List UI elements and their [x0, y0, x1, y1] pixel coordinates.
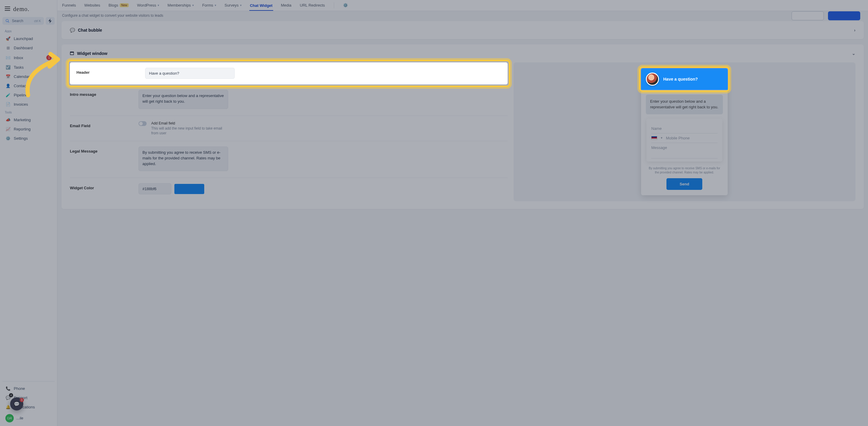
- sidebar-item-inbox[interactable]: ✉️Inbox1: [2, 53, 55, 63]
- primary-header-button[interactable]: [828, 11, 860, 20]
- email-setting-row: Email Field Add Email field This will ad…: [70, 116, 507, 141]
- tab-surveys[interactable]: Surveys▾: [224, 2, 242, 9]
- tools-section-label: Tools: [2, 109, 55, 115]
- flag-icon: [651, 136, 657, 140]
- brand-logo: demo.: [13, 6, 29, 12]
- widget-window-section: 🗔 Widget window ⌄ Header Intro message: [62, 44, 864, 209]
- sidebar-item-marketing[interactable]: 📣Marketing: [2, 115, 55, 125]
- check-icon: ☑️: [5, 65, 11, 70]
- tab-blogs[interactable]: BlogsNew: [108, 2, 129, 9]
- phone-icon: 📞: [5, 386, 11, 391]
- fab-badge-top: 4: [9, 393, 13, 397]
- rocket-icon: 🚀: [5, 36, 11, 41]
- tab-media[interactable]: Media: [280, 2, 292, 9]
- avatar[interactable]: GR: [5, 414, 14, 422]
- tab-wordpress[interactable]: WordPress▾: [136, 2, 160, 9]
- chevron-down-icon: ▾: [215, 4, 216, 7]
- fab-badge-side: 5: [20, 398, 24, 402]
- grid-icon: ⊞: [5, 46, 11, 50]
- tab-funnels[interactable]: Funnels: [62, 2, 76, 9]
- preview-avatar: [646, 72, 659, 86]
- chevron-down-icon: ▾: [192, 4, 194, 7]
- search-icon: [5, 19, 9, 23]
- sidebar-item-phone[interactable]: 📞Phone: [2, 384, 55, 393]
- sidebar-item-launchpad[interactable]: 🚀Launchpad: [2, 34, 55, 43]
- legal-setting-row: Legal Message By submitting you agree to…: [70, 141, 507, 178]
- tab-forms[interactable]: Forms▾: [202, 2, 217, 9]
- color-input[interactable]: [138, 183, 172, 194]
- header-input[interactable]: [145, 68, 235, 79]
- calendar-icon: 📅: [5, 74, 11, 79]
- tab-websites[interactable]: Websites: [84, 2, 101, 9]
- chat-bubble-icon: 💬: [14, 401, 20, 407]
- tab-memberships[interactable]: Memberships▾: [167, 2, 194, 9]
- filter-icon: 🧪: [5, 93, 11, 97]
- chevron-right-icon: ›: [854, 28, 856, 33]
- search-input[interactable]: Search ctrl K: [2, 17, 44, 25]
- bolt-icon: [49, 19, 52, 23]
- preview-send-button[interactable]: Send: [666, 178, 702, 190]
- chevron-down-icon: ▾: [158, 4, 159, 7]
- quick-actions-button[interactable]: [46, 17, 55, 25]
- legal-label: Legal Message: [70, 146, 130, 154]
- preview-name-field[interactable]: Name: [651, 124, 717, 133]
- secondary-header-button[interactable]: [792, 11, 824, 20]
- email-toggle[interactable]: [138, 121, 147, 126]
- sidebar-item-settings[interactable]: ⚙️Settings: [2, 134, 55, 143]
- sidebar-item-reporting[interactable]: 📈Reporting: [2, 125, 55, 134]
- search-label: Search: [12, 19, 23, 23]
- chat-bubble-header[interactable]: 💬 Chat bubble ›: [62, 21, 864, 39]
- email-helper-title: Add Email field: [151, 121, 228, 125]
- hamburger-icon: [5, 7, 10, 11]
- window-icon: 🗔: [70, 51, 74, 56]
- sidebar-toggle-button[interactable]: [4, 5, 11, 13]
- tab-settings-gear[interactable]: ⚙️: [342, 2, 348, 9]
- separator: [334, 2, 334, 8]
- preview-legal: By submitting you agree to receive SMS o…: [641, 162, 728, 178]
- doc-icon: 📄: [5, 102, 11, 106]
- chart-icon: 📈: [5, 127, 11, 131]
- sidebar-item-dashboard[interactable]: ⊞Dashboard: [2, 43, 55, 53]
- chevron-down-icon: ▾: [240, 4, 242, 7]
- top-tabs: Funnels Websites BlogsNew WordPress▾ Mem…: [57, 0, 868, 11]
- intro-label: Intro message: [70, 90, 130, 97]
- preview-message-field[interactable]: Message: [651, 143, 717, 159]
- megaphone-icon: 📣: [5, 118, 11, 122]
- sidebar-item-invoices[interactable]: 📄Invoices: [2, 100, 55, 109]
- chevron-down-icon: ⌄: [852, 51, 856, 56]
- header-setting-row: Header: [70, 62, 507, 85]
- new-badge: New: [120, 3, 129, 7]
- sidebar-item-tasks[interactable]: ☑️Tasks: [2, 63, 55, 72]
- inbox-badge: 1: [46, 55, 52, 60]
- svg-point-0: [6, 20, 8, 22]
- email-helper-sub: This will add the new input field to tak…: [151, 126, 228, 135]
- gear-icon: ⚙️: [343, 3, 348, 7]
- color-setting-row: Widget Color: [70, 178, 507, 200]
- chevron-down-icon: ▼: [660, 136, 663, 139]
- preview-phone-field[interactable]: ▼Mobile Phone: [651, 133, 717, 143]
- intro-textarea[interactable]: Enter your question below and a represen…: [138, 90, 228, 109]
- apps-section-label: Apps: [2, 28, 55, 34]
- chat-bubble-section: 💬 Chat bubble ›: [62, 21, 864, 39]
- profile-name: …ile: [16, 416, 23, 420]
- tab-url-redirects[interactable]: URL Redirects: [299, 2, 326, 9]
- chat-fab[interactable]: 💬 4 5: [10, 397, 23, 411]
- legal-textarea[interactable]: By submitting you agree to receive SMS o…: [138, 146, 228, 171]
- color-label: Widget Color: [70, 183, 130, 190]
- email-label: Email Field: [70, 121, 130, 128]
- page-subtitle: Configure a chat widget to convert your …: [62, 13, 864, 21]
- color-swatch[interactable]: [175, 184, 204, 194]
- preview-header-text: Have a question?: [663, 77, 698, 81]
- search-kbd: ctrl K: [34, 20, 41, 23]
- sidebar-item-calendars[interactable]: 📅Calendars: [2, 72, 55, 81]
- chat-bubble-icon: 💬: [70, 28, 75, 33]
- sidebar-item-contacts[interactable]: 👤Contacts: [2, 81, 55, 91]
- intro-setting-row: Intro message Enter your question below …: [70, 85, 507, 116]
- preview-intro: Enter your question below and a represen…: [646, 95, 723, 114]
- widget-window-header[interactable]: 🗔 Widget window ⌄: [62, 44, 864, 62]
- sidebar-item-pipeline[interactable]: 🧪Pipeline: [2, 91, 55, 100]
- widget-preview: Have a question? Enter your question bel…: [514, 62, 856, 201]
- tab-chat-widget[interactable]: Chat Widget: [249, 2, 273, 11]
- preview-chat-header: Have a question?: [641, 68, 728, 90]
- user-icon: 👤: [5, 84, 11, 88]
